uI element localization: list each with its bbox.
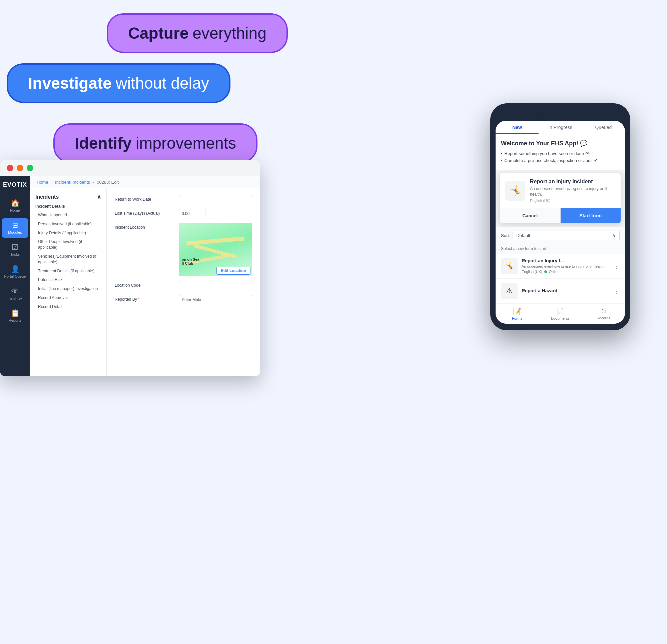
sidebar-item-modules[interactable]: ⊞ Modules xyxy=(2,218,28,238)
form-card-injury-icon: 🤸 xyxy=(501,258,518,274)
breadcrumb-edit: 00283: Edit xyxy=(97,180,119,185)
menu-item-other-people[interactable]: Other People Involved (if applicable) xyxy=(35,237,101,252)
sort-select[interactable]: Default ∨ xyxy=(513,231,620,240)
form-card-injury-menu[interactable]: ⋮ xyxy=(614,262,620,270)
bullet-dot-2: • xyxy=(501,158,503,163)
modal-description: An undesired event giving rise to injury… xyxy=(530,186,615,197)
menu-item-person-involved[interactable]: Person Involved (if applicable) xyxy=(35,220,101,229)
form-card-hazard-title: Report a Hazard xyxy=(522,288,557,293)
lost-time-row: Lost Time (Days) (Actual) xyxy=(115,209,252,218)
reported-by-input[interactable] xyxy=(179,295,252,304)
left-panel: Incidents ∧ Incident Details What Happen… xyxy=(30,188,107,376)
app-logo: EVOTIX xyxy=(3,182,27,188)
sidebar-item-tasks-label: Tasks xyxy=(10,252,20,256)
capture-rest: everything xyxy=(192,24,266,42)
modal-cancel-button[interactable]: Cancel xyxy=(500,208,560,223)
menu-item-vehicles[interactable]: Vehicle(s)/Equipment Involved (if applic… xyxy=(35,252,101,267)
map-container: on on Sealf Club Latitude 50.740135 Edit… xyxy=(179,223,252,276)
lost-time-label: Lost Time (Days) (Actual) xyxy=(115,209,175,216)
form-card-injury-meta: English (UK) Online ... xyxy=(522,270,605,274)
lost-time-input[interactable] xyxy=(179,209,206,218)
form-card-hazard[interactable]: ⚠ Report a Hazard ⋮ xyxy=(495,279,625,304)
breadcrumb-incidents[interactable]: Incident: Incidents xyxy=(55,180,90,185)
forms-nav-icon: 📝 xyxy=(513,307,521,315)
modal-title: Report an Injury Incident xyxy=(530,179,615,185)
chevron-down-icon: ∨ xyxy=(613,233,616,238)
portal-queue-icon: 👤 xyxy=(11,266,20,273)
tab-queued[interactable]: Queued xyxy=(582,121,625,134)
hazard-card-icon: ⚠ xyxy=(506,287,513,295)
maximize-dot[interactable] xyxy=(27,165,33,171)
identify-pill: Identify improvements xyxy=(53,123,258,163)
phone-notch xyxy=(537,110,584,118)
injury-icon: 🤸 xyxy=(509,185,521,196)
main-content: Home › Incident: Incidents › 00283: Edit… xyxy=(30,176,260,376)
breadcrumb-separator-2: › xyxy=(93,180,94,185)
investigate-bold: Investigate xyxy=(28,74,112,92)
sidebar-item-portal-label: Portal Queue xyxy=(4,274,26,278)
breadcrumb-separator-1: › xyxy=(51,180,52,185)
menu-item-investigation[interactable]: Initial (line manager) Investigation xyxy=(35,284,101,293)
records-nav-icon: 🗂 xyxy=(600,307,607,315)
phone-screen: New In Progress Queued Welcome to Your E… xyxy=(495,121,625,324)
breadcrumb-home[interactable]: Home xyxy=(37,180,48,185)
sidebar-item-portal-queue[interactable]: 👤 Portal Queue xyxy=(2,262,28,282)
modal-buttons: Cancel Start form xyxy=(500,208,621,223)
bottom-nav-forms[interactable]: 📝 Forms xyxy=(495,307,539,320)
edit-location-button[interactable]: Edit Location xyxy=(216,267,250,275)
panel-collapse-icon[interactable]: ∧ xyxy=(97,194,101,200)
tasks-icon: ☑ xyxy=(12,244,18,251)
bottom-nav-documents[interactable]: 📄 Documents xyxy=(539,307,582,320)
menu-item-what-happened[interactable]: What Happened xyxy=(35,211,101,220)
tab-in-progress[interactable]: In Progress xyxy=(539,121,582,134)
capture-pill: Capture everything xyxy=(107,13,288,53)
menu-item-treatment[interactable]: Treatment Details (if applicable) xyxy=(35,267,101,276)
sidebar-item-reports-label: Reports xyxy=(9,318,22,322)
sidebar-item-insights[interactable]: 👁 Insights+ xyxy=(2,284,28,304)
sidebar-item-tasks[interactable]: ☑ Tasks xyxy=(2,240,28,260)
menu-item-record-detail[interactable]: Record Detail xyxy=(35,302,101,311)
modules-icon: ⊞ xyxy=(12,222,18,229)
phone-bottom-nav: 📝 Forms 📄 Documents 🗂 Records xyxy=(495,304,625,324)
mobile-phone: New In Progress Queued Welcome to Your E… xyxy=(490,103,630,330)
window-titlebar xyxy=(0,160,260,176)
panel-section-title: Incident Details xyxy=(35,204,101,209)
menu-item-record-approval[interactable]: Record Approval xyxy=(35,293,101,302)
menu-item-injury-details[interactable]: Injury Details (if applicable) xyxy=(35,229,101,238)
sidebar-item-modules-label: Modules xyxy=(8,230,22,234)
location-code-input[interactable] xyxy=(179,281,252,290)
breadcrumb: Home › Incident: Incidents › 00283: Edit xyxy=(30,176,260,188)
bottom-nav-records[interactable]: 🗂 Records xyxy=(582,307,625,320)
minimize-dot[interactable] xyxy=(17,165,23,171)
form-card-injury[interactable]: 🤸 Report an Injury I... An undesired eve… xyxy=(495,254,625,279)
sidebar-item-reports[interactable]: 📋 Reports xyxy=(2,306,28,326)
modal-text: Report an Injury Incident An undesired e… xyxy=(530,179,615,203)
panel-title: Incidents ∧ xyxy=(35,194,101,200)
welcome-bullet-2: • Complete a pre-use check, inspection o… xyxy=(501,158,620,163)
tab-new[interactable]: New xyxy=(495,121,539,134)
modal-header: 🤸 Report an Injury Incident An undesired… xyxy=(500,174,621,208)
form-card-injury-desc: An undesired event giving rise to injury… xyxy=(522,264,605,269)
modal-language: English (UK) xyxy=(530,199,615,203)
return-to-work-input[interactable] xyxy=(179,195,252,204)
form-card-injury-title: Report an Injury I... xyxy=(522,258,605,263)
identify-bold: Identify xyxy=(75,134,132,152)
menu-item-potential-risk[interactable]: Potential Risk xyxy=(35,275,101,284)
sidebar-item-home[interactable]: 🏠 Home xyxy=(2,196,28,216)
reports-icon: 📋 xyxy=(11,310,20,317)
sort-bar: Sort: Default ∨ xyxy=(495,227,625,244)
capture-bold: Capture xyxy=(128,24,189,42)
investigate-pill: Investigate without delay xyxy=(7,63,230,103)
phone-welcome: Welcome to Your EHS App! 💬 • Report some… xyxy=(495,134,625,170)
form-area: Return to Work Date Lost Time (Days) (Ac… xyxy=(107,188,260,376)
close-dot[interactable] xyxy=(7,165,13,171)
form-card-hazard-icon: ⚠ xyxy=(501,283,518,299)
investigate-rest: without delay xyxy=(116,74,209,92)
insights-icon: 👁 xyxy=(11,288,19,295)
app-sidebar: EVOTIX 🏠 Home ⊞ Modules ☑ Tasks 👤 Portal… xyxy=(0,176,30,376)
form-card-hazard-menu[interactable]: ⋮ xyxy=(614,287,620,295)
injury-card-icon: 🤸 xyxy=(505,262,514,270)
incident-location-label: Incident Location xyxy=(115,223,175,230)
modal-start-button[interactable]: Start form xyxy=(560,208,621,223)
location-code-label: Location Code xyxy=(115,281,175,288)
